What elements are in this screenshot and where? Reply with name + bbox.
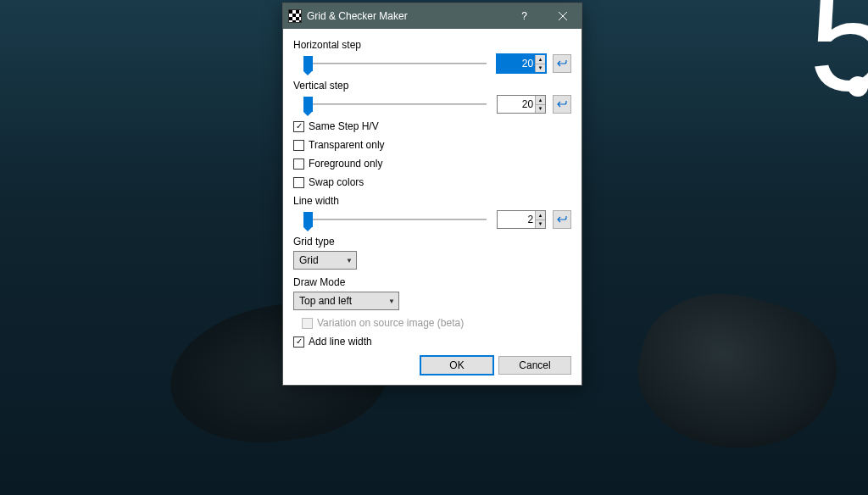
vertical-step-label: Vertical step	[293, 80, 571, 92]
dialog-content: Horizontal step ▲ ▼ Vertical step	[283, 29, 581, 385]
foreground-only-checkbox[interactable]	[293, 159, 304, 170]
spinner-up-icon[interactable]: ▲	[536, 211, 545, 220]
spinner-down-icon[interactable]: ▼	[536, 105, 545, 114]
line-width-input[interactable]: ▲ ▼	[497, 210, 546, 229]
grid-type-label: Grid type	[293, 236, 571, 248]
swap-colors-checkbox-row[interactable]: Swap colors	[293, 176, 571, 188]
draw-mode-dropdown[interactable]: Top and left ▼	[293, 292, 399, 310]
horizontal-step-reset[interactable]	[553, 54, 571, 73]
variation-label: Variation on source image (beta)	[317, 317, 464, 329]
slider-thumb[interactable]	[303, 97, 313, 112]
swap-colors-checkbox[interactable]	[293, 177, 304, 188]
dialog-title: Grid & Checker Maker	[307, 10, 505, 22]
same-step-checkbox-row[interactable]: ✓ Same Step H/V	[293, 120, 571, 132]
app-icon	[288, 9, 302, 23]
horizontal-step-label: Horizontal step	[293, 39, 571, 51]
horizontal-step-input[interactable]: ▲ ▼	[497, 54, 546, 73]
draw-mode-value: Top and left	[299, 295, 388, 307]
line-width-label: Line width	[293, 195, 571, 207]
horizontal-step-slider[interactable]	[302, 55, 490, 72]
foreground-only-checkbox-row[interactable]: Foreground only	[293, 158, 571, 170]
spinner-up-icon[interactable]: ▲	[536, 96, 545, 105]
vertical-step-slider[interactable]	[302, 96, 490, 113]
vertical-step-spinner[interactable]: ▲ ▼	[535, 96, 545, 113]
slider-thumb[interactable]	[303, 212, 313, 227]
spinner-up-icon[interactable]: ▲	[536, 55, 545, 64]
vertical-step-input[interactable]: ▲ ▼	[497, 95, 546, 114]
variation-checkbox-row: Variation on source image (beta)	[293, 317, 571, 329]
add-line-width-checkbox-row[interactable]: ✓ Add line width	[293, 336, 571, 348]
add-line-width-label: Add line width	[309, 336, 372, 348]
desktop-corner-number: 5	[809, 0, 868, 125]
close-button[interactable]	[543, 3, 581, 29]
spinner-down-icon[interactable]: ▼	[536, 64, 545, 73]
add-line-width-checkbox[interactable]: ✓	[293, 336, 304, 348]
slider-track	[305, 63, 487, 64]
vertical-step-value[interactable]	[498, 96, 535, 113]
help-button[interactable]: ?	[505, 3, 543, 29]
grid-type-value: Grid	[299, 254, 346, 266]
reset-icon	[557, 215, 567, 224]
grid-checker-dialog: Grid & Checker Maker ? Horizontal step ▲…	[282, 3, 582, 386]
variation-checkbox	[302, 318, 313, 329]
same-step-label: Same Step H/V	[309, 120, 379, 132]
cancel-button[interactable]: Cancel	[498, 356, 571, 375]
transparent-only-checkbox-row[interactable]: Transparent only	[293, 139, 571, 151]
close-icon	[559, 12, 567, 20]
ok-button[interactable]: OK	[420, 356, 493, 375]
slider-track	[305, 219, 487, 220]
foreground-only-label: Foreground only	[309, 158, 382, 170]
line-width-value[interactable]	[498, 211, 535, 228]
slider-track	[305, 103, 487, 105]
line-width-reset[interactable]	[553, 210, 571, 229]
desktop-corner-dot	[848, 76, 868, 97]
horizontal-step-value[interactable]	[498, 55, 535, 72]
reset-icon	[557, 59, 567, 68]
swap-colors-label: Swap colors	[309, 176, 364, 188]
reset-icon	[557, 100, 567, 108]
vertical-step-reset[interactable]	[553, 95, 571, 114]
draw-mode-label: Draw Mode	[293, 276, 571, 288]
line-width-spinner[interactable]: ▲ ▼	[535, 211, 545, 228]
spinner-down-icon[interactable]: ▼	[536, 220, 545, 229]
horizontal-step-spinner[interactable]: ▲ ▼	[535, 55, 545, 72]
grid-type-dropdown[interactable]: Grid ▼	[293, 251, 357, 270]
dialog-titlebar[interactable]: Grid & Checker Maker ?	[283, 3, 581, 29]
transparent-only-checkbox[interactable]	[293, 140, 304, 151]
slider-thumb[interactable]	[303, 56, 313, 71]
chevron-down-icon: ▼	[346, 257, 353, 264]
chevron-down-icon: ▼	[388, 298, 395, 305]
line-width-slider[interactable]	[302, 211, 490, 228]
same-step-checkbox[interactable]: ✓	[293, 121, 304, 132]
transparent-only-label: Transparent only	[309, 139, 385, 151]
wallpaper-turtle-flipper	[623, 274, 851, 471]
